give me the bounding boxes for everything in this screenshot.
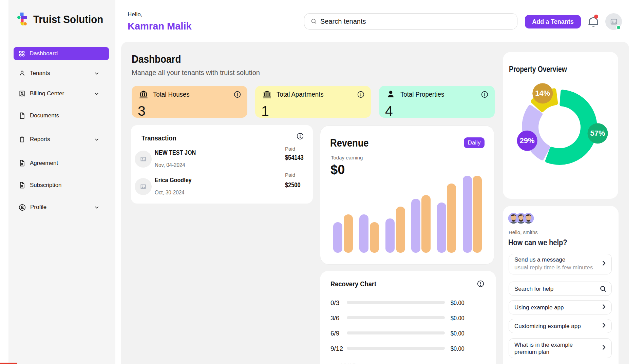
svg-text:57%: 57% [590,129,605,137]
svg-text:14%: 14% [535,89,550,97]
svg-text:29%: 29% [520,136,535,145]
